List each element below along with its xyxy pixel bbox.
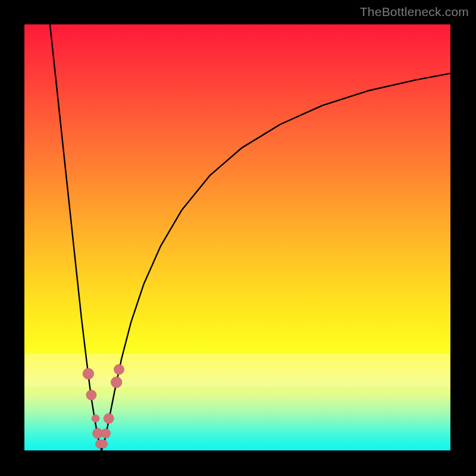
chart-frame: TheBottleneck.com [0,0,476,476]
data-marker [99,440,107,448]
watermark-text: TheBottleneck.com [360,5,469,19]
data-marker [104,414,114,424]
data-marker [92,415,99,422]
data-marker [86,390,96,400]
curve-layer [50,24,450,450]
data-marker [114,364,124,374]
data-marker [83,368,94,380]
plot-area [24,24,450,450]
marker-layer [83,364,124,448]
data-marker [101,428,111,438]
chart-svg [24,24,450,450]
data-marker [111,377,122,388]
bottleneck-curve [50,24,450,450]
